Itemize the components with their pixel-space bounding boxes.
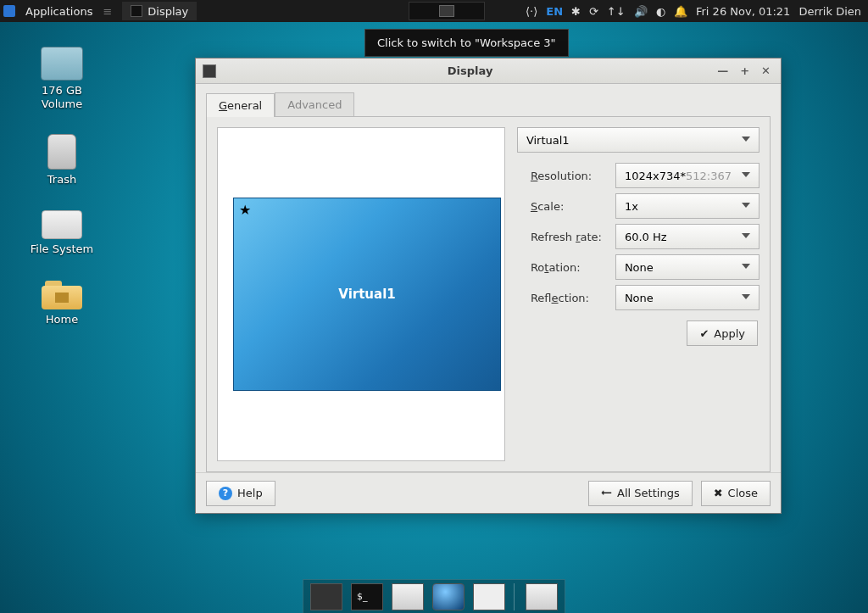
close-button[interactable]: ✕: [761, 64, 771, 77]
dock-launcher-1[interactable]: [310, 583, 342, 610]
scale-select[interactable]: 1x: [615, 193, 760, 219]
rotation-select[interactable]: None: [615, 254, 760, 280]
help-button-label: Help: [237, 487, 263, 499]
display-layout-preview[interactable]: ★ Virtual1: [217, 127, 505, 461]
tab-bar: General Advanced: [206, 92, 771, 116]
workspace-tooltip: Click to switch to "Workspace 3": [364, 29, 569, 57]
apply-button[interactable]: ✔ Apply: [687, 320, 758, 346]
desktop-icon-trash[interactable]: Trash: [15, 134, 108, 187]
desktop-icon-volume[interactable]: 176 GB Volume: [15, 47, 108, 110]
notebook: General Advanced ★ Virtual1 Virtual1: [196, 84, 781, 472]
desktop-icon-area: 176 GB Volume Trash File System Home: [15, 47, 108, 350]
network-icon[interactable]: ⟨·⟩: [526, 5, 537, 18]
window-list-app-icon: [131, 5, 142, 17]
resolution-label: Resolution:: [531, 170, 615, 182]
close-dialog-label: Close: [728, 487, 758, 499]
scale-value: 1x: [625, 200, 638, 213]
refresh-rate-select[interactable]: 60.0 Hz: [615, 224, 760, 249]
workspace-thumbnail: [439, 5, 454, 17]
desktop: Applications ≡ Display ⟨·⟩ EN ✱ ⟳ ↑↓ 🔊 ◐…: [0, 0, 868, 613]
notification-bell-icon[interactable]: 🔔: [674, 5, 687, 18]
sync-icon[interactable]: ⟳: [589, 5, 598, 18]
volume-icon[interactable]: 🔊: [634, 5, 648, 18]
tab-page-general: ★ Virtual1 Virtual1 Resolution: 1024x734…: [206, 116, 771, 472]
tab-general[interactable]: General: [206, 93, 275, 117]
apply-button-label: Apply: [714, 327, 745, 340]
monitor-preview[interactable]: ★ Virtual1: [233, 198, 501, 391]
all-settings-button[interactable]: 🠔 All Settings: [588, 481, 693, 506]
keyboard-layout-indicator[interactable]: EN: [546, 5, 563, 18]
close-icon: ✖: [714, 487, 723, 499]
resolution-value: 1024x734*: [625, 170, 686, 182]
system-tray: ⟨·⟩ EN ✱ ⟳ ↑↓ 🔊 ◐ 🔔 Fri 26 Nov, 01:21 De…: [526, 5, 868, 18]
trash-icon: [47, 134, 76, 170]
chevron-down-icon: [742, 203, 750, 208]
display-settings-window: Display — + ✕ General Advanced ★ Virtual…: [195, 58, 782, 514]
rotation-value: None: [625, 261, 654, 274]
updown-icon[interactable]: ↑↓: [607, 5, 626, 18]
workspace-pager[interactable]: [409, 2, 485, 20]
titlebar[interactable]: Display — + ✕: [196, 59, 781, 84]
chevron-down-icon: [742, 294, 750, 299]
reflection-value: None: [625, 292, 654, 304]
desktop-icon-filesystem[interactable]: File System: [15, 210, 108, 256]
close-dialog-button[interactable]: ✖ Close: [701, 481, 771, 506]
reflection-label: Reflection:: [531, 292, 615, 304]
home-folder-icon: [42, 279, 82, 309]
window-app-icon: [203, 64, 216, 78]
dock-terminal-launcher[interactable]: [351, 583, 383, 610]
chevron-down-icon: [742, 137, 750, 142]
maximize-button[interactable]: +: [740, 64, 749, 77]
all-settings-label: All Settings: [617, 487, 680, 499]
desktop-icon-label: 176 GB Volume: [15, 84, 108, 110]
power-icon[interactable]: ◐: [656, 5, 665, 18]
clock[interactable]: Fri 26 Nov, 01:21: [696, 5, 790, 18]
output-selector[interactable]: Virtual1: [517, 127, 760, 153]
back-arrow-icon: 🠔: [601, 487, 612, 499]
help-button[interactable]: ? Help: [206, 481, 275, 506]
refresh-label: Refresh rate:: [531, 231, 615, 243]
dock-appfinder-launcher[interactable]: [473, 583, 505, 610]
minimize-button[interactable]: —: [717, 64, 728, 77]
display-controls: Virtual1 Resolution: 1024x734* 512:367 S…: [517, 127, 760, 461]
primary-display-star-icon: ★: [239, 202, 251, 218]
help-icon: ?: [219, 487, 232, 500]
resolution-select[interactable]: 1024x734* 512:367: [615, 163, 760, 188]
user-menu[interactable]: Derrik Dien: [798, 5, 861, 18]
reflection-select[interactable]: None: [615, 285, 760, 310]
chevron-down-icon: [742, 172, 750, 177]
panel-separator-icon: ≡: [103, 5, 112, 18]
dock-browser-launcher[interactable]: [432, 583, 465, 610]
window-list-title: Display: [147, 5, 188, 18]
xfce-menu-icon[interactable]: [3, 5, 15, 17]
top-panel: Applications ≡ Display ⟨·⟩ EN ✱ ⟳ ↑↓ 🔊 ◐…: [0, 0, 868, 22]
chevron-down-icon: [742, 233, 750, 238]
window-list-item-display[interactable]: Display: [122, 2, 197, 20]
chevron-down-icon: [742, 264, 750, 269]
check-icon: ✔: [699, 327, 709, 340]
tab-advanced[interactable]: Advanced: [275, 92, 354, 116]
monitor-preview-label: Virtual1: [338, 287, 395, 302]
dock-separator: [514, 583, 517, 610]
refresh-rate-value: 60.0 Hz: [625, 231, 667, 243]
harddrive-icon: [42, 210, 82, 239]
resolution-ratio: 512:367: [686, 170, 732, 182]
bluetooth-icon[interactable]: ✱: [571, 5, 581, 18]
dock-folder-launcher[interactable]: [526, 583, 558, 610]
scale-label: Scale:: [531, 200, 615, 213]
desktop-icon-label: Home: [15, 313, 108, 326]
tab-advanced-label: Advanced: [287, 98, 342, 111]
desktop-icon-label: Trash: [15, 173, 108, 187]
window-title: Display: [223, 64, 717, 77]
desktop-icon-home[interactable]: Home: [15, 279, 108, 326]
applications-menu[interactable]: Applications: [20, 5, 97, 18]
dialog-action-area: ? Help 🠔 All Settings ✖ Close: [196, 472, 781, 513]
dock-filemanager-launcher[interactable]: [392, 583, 424, 610]
disk-icon: [41, 47, 83, 81]
rotation-label: Rotation:: [531, 261, 615, 274]
desktop-icon-label: File System: [15, 242, 108, 256]
bottom-dock: [303, 579, 565, 613]
output-selector-value: Virtual1: [526, 134, 570, 147]
